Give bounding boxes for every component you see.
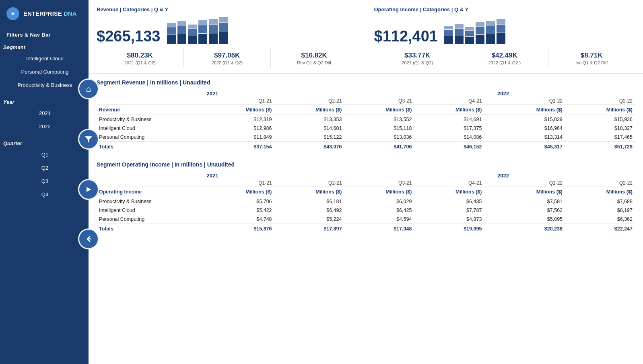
bar-segment xyxy=(177,34,186,44)
operating-income-stats: $33.77K 2021 (Q1 & Q2) $42.49K 2022 (Q1 … xyxy=(374,48,635,68)
bar-segment xyxy=(465,27,474,31)
sidebar-header: ENTERPRISE DNA xyxy=(0,0,89,26)
bar-segment xyxy=(198,20,207,25)
bar-segment xyxy=(198,25,207,33)
revenue-totals-row: Totals $37,154 $43,076 $41,706 $46,152 $… xyxy=(97,142,635,152)
logo-icon xyxy=(6,7,19,20)
bar-group xyxy=(198,16,207,44)
revenue-big-number: $265,133 xyxy=(97,29,161,44)
revenue-year-header: 2021 2022 xyxy=(97,90,635,97)
sidebar-item-2022[interactable]: 2022 xyxy=(0,120,89,133)
bar-segment xyxy=(167,35,176,44)
sidebar-item-intelligent-cloud[interactable]: Intelligent Cloud xyxy=(0,52,89,65)
revenue-chart-content: $265,133 xyxy=(97,16,358,44)
sidebar-item-q3[interactable]: Q3 xyxy=(0,175,89,188)
revenue-table: 2021 2022 Q1-21 Q2-21 Q3-21 Q4-21 Q1-22 … xyxy=(97,90,635,152)
revenue-row-1: Intelligent Cloud $12,986 $14,601 $15,11… xyxy=(97,124,635,133)
bar-group xyxy=(167,16,176,44)
bar-segment xyxy=(486,34,495,44)
bar-group xyxy=(455,16,464,44)
nav-back-button[interactable] xyxy=(78,228,99,249)
bar-segment xyxy=(167,27,176,35)
nav-filter-button[interactable] xyxy=(78,129,99,150)
operating-income-bar-chart xyxy=(444,16,635,44)
bar-segment xyxy=(219,17,228,23)
sidebar-item-q2[interactable]: Q2 xyxy=(0,161,89,175)
op-stat-2: $8.71K Inc Q1 & Q2 Diff xyxy=(548,48,635,68)
bar-segment xyxy=(219,32,228,44)
bar-segment xyxy=(486,21,495,26)
bar-segment xyxy=(455,35,464,44)
bar-segment xyxy=(497,19,505,24)
sidebar-title: ENTERPRISE DNA xyxy=(23,10,77,17)
top-charts-row: Revenue | Categories | Q & Y $265,133 $8… xyxy=(89,0,643,74)
bar-group xyxy=(444,16,453,44)
segment-label: Segment xyxy=(0,40,89,52)
revenue-stat-0: $80.23K 2021 (Q1 & Q2) xyxy=(97,48,184,68)
year-label: Year xyxy=(0,95,89,107)
bar-segment xyxy=(455,24,464,28)
revenue-chart-title: Revenue | Categories | Q & Y xyxy=(97,6,358,12)
revenue-chart-panel: Revenue | Categories | Q & Y $265,133 $8… xyxy=(89,0,366,73)
nav-forward-button[interactable] xyxy=(78,179,99,200)
segment-nav: Intelligent Cloud Personal Computing Pro… xyxy=(0,52,89,92)
bar-segment xyxy=(167,23,176,27)
op-stat-1: $42.49K 2022 (Q1 & Q2 ) xyxy=(461,48,548,68)
bar-group xyxy=(486,16,495,44)
op-row-2: Personal Computing $4,748 $5,224 $4,594 … xyxy=(97,215,635,224)
bar-segment xyxy=(476,27,484,34)
bar-segment xyxy=(188,25,197,28)
operating-income-table-section: Segment Operating Income | In millions |… xyxy=(89,156,643,238)
svg-marker-2 xyxy=(87,187,91,192)
bar-group xyxy=(476,16,484,44)
sidebar-item-2021[interactable]: 2021 xyxy=(0,107,89,120)
year-nav: 2021 2022 xyxy=(0,107,89,133)
bar-segment xyxy=(219,23,228,32)
op-row-1: Intelligent Cloud $5,422 $6,492 $6,425 $… xyxy=(97,206,635,215)
bar-segment xyxy=(188,35,197,44)
bar-segment xyxy=(209,19,218,24)
bar-group xyxy=(177,16,186,44)
bar-segment xyxy=(444,36,453,44)
sidebar-item-q4[interactable]: Q4 xyxy=(0,188,89,201)
sidebar-item-q1[interactable]: Q1 xyxy=(0,148,89,161)
revenue-quarter-header: Q1-21 Q2-21 Q3-21 Q4-21 Q1-22 Q2-22 xyxy=(97,97,635,105)
bar-segment xyxy=(177,26,186,34)
main-content: Revenue | Categories | Q & Y $265,133 $8… xyxy=(89,0,643,364)
bar-segment xyxy=(465,37,474,44)
bar-group xyxy=(219,16,228,44)
sidebar-item-productivity-business[interactable]: Productivity & Business xyxy=(0,78,89,92)
operating-income-table-title: Segment Operating Income | In millions |… xyxy=(97,161,635,168)
op-col-header: Operating Income Millions ($) Millions (… xyxy=(97,187,635,197)
revenue-bar-chart xyxy=(167,16,358,44)
revenue-stat-2: $16.82K Rev Q1 & Q2 Diff xyxy=(271,48,358,68)
bar-segment xyxy=(209,25,218,33)
bar-segment xyxy=(198,34,207,44)
op-stat-0: $33.77K 2021 (Q1 & Q2) xyxy=(374,48,462,68)
bar-segment xyxy=(476,22,484,27)
op-quarter-header: Q1-21 Q2-21 Q3-21 Q4-21 Q1-22 Q2-22 xyxy=(97,179,635,187)
sidebar: ENTERPRISE DNA Filters & Nav Bar Segment… xyxy=(0,0,89,364)
bar-segment xyxy=(444,30,453,36)
operating-income-table: 2021 2022 Q1-21 Q2-21 Q3-21 Q4-21 Q1-22 … xyxy=(97,172,635,234)
bar-segment xyxy=(486,26,495,34)
operating-income-chart-panel: Operating Income | Categories | Q & Y $1… xyxy=(366,0,643,73)
bar-segment xyxy=(177,21,186,26)
operating-income-chart-content: $112,401 xyxy=(374,16,635,44)
op-row-0: Productivity & Business $5,706 $6,181 $6… xyxy=(97,197,635,206)
revenue-table-section: Segment Revenue | In millions | Unaudite… xyxy=(89,74,643,156)
sidebar-item-personal-computing[interactable]: Personal Computing xyxy=(0,65,89,78)
bar-group xyxy=(209,16,218,44)
bar-segment xyxy=(465,31,474,36)
svg-marker-1 xyxy=(85,136,92,142)
operating-income-big-number: $112,401 xyxy=(374,29,438,44)
revenue-stat-1: $97.05K 2022 (Q1 & Q2) xyxy=(184,48,271,68)
revenue-row-0: Productivity & Business $12,319 $13,353 … xyxy=(97,115,635,124)
op-year-header: 2021 2022 xyxy=(97,172,635,179)
bar-segment xyxy=(497,33,505,44)
bar-segment xyxy=(497,25,505,33)
nav-home-button[interactable]: ⌂ xyxy=(78,78,99,99)
revenue-col-header: Revenue Millions ($) Millions ($) Millio… xyxy=(97,105,635,115)
operating-income-chart-title: Operating Income | Categories | Q & Y xyxy=(374,6,635,12)
bar-segment xyxy=(476,35,484,44)
